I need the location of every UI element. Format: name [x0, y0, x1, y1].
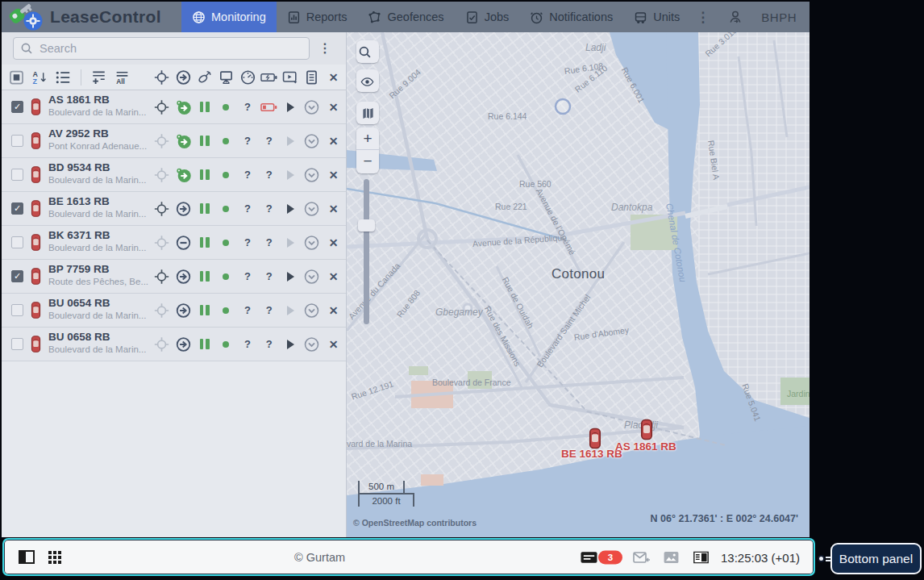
quick-track-icon[interactable]	[282, 133, 299, 149]
quick-track-icon[interactable]	[282, 336, 299, 353]
watch-unit-icon[interactable]	[153, 269, 170, 285]
messages-panel-icon[interactable]	[693, 551, 709, 563]
watch-unit-icon[interactable]	[153, 336, 170, 353]
quick-track-icon[interactable]	[282, 167, 299, 183]
zoom-out-button[interactable]: −	[356, 150, 379, 173]
tab-units[interactable]: Units	[623, 2, 690, 32]
apps-grid-icon[interactable]	[48, 551, 61, 564]
search-box[interactable]	[13, 37, 310, 60]
remove-from-list-icon[interactable]: ✕	[325, 336, 342, 353]
zoom-in-button[interactable]: +	[356, 127, 379, 150]
select-all-checkbox-icon[interactable]	[8, 69, 25, 86]
unit-name[interactable]: BK 6371 RB	[48, 229, 152, 241]
unit-menu-chevron-icon[interactable]	[303, 167, 320, 183]
satellites-icon	[196, 303, 213, 319]
media-panel-icon[interactable]	[664, 551, 679, 563]
unit-menu-chevron-icon[interactable]	[303, 336, 320, 353]
watch-unit-icon[interactable]	[153, 167, 170, 183]
battery-column-icon[interactable]	[260, 69, 277, 86]
quick-track-icon[interactable]	[282, 269, 299, 285]
watch-unit-column-icon[interactable]	[153, 69, 170, 86]
user-switch-icon[interactable]	[727, 9, 743, 25]
quick-track-icon[interactable]	[282, 99, 299, 115]
unit-name[interactable]: BD 9534 RB	[48, 161, 152, 173]
unit-name[interactable]: BE 1613 RB	[48, 195, 152, 207]
unit-marker-as1861[interactable]	[640, 419, 653, 440]
unit-checkbox[interactable]: ✓	[11, 270, 23, 282]
remove-from-list-icon[interactable]: ✕	[325, 235, 342, 251]
notification-count-badge[interactable]: 3	[598, 550, 622, 564]
header-kebab-menu-icon[interactable]: ⋮	[696, 9, 710, 26]
list-view-icon[interactable]	[55, 69, 72, 86]
unit-row[interactable]: AV 2952 RB Pont Konrad Adenaue... ? ? ✕	[2, 124, 346, 158]
watch-unit-icon[interactable]	[153, 235, 170, 251]
unit-menu-chevron-icon[interactable]	[303, 133, 320, 149]
connection-column-icon[interactable]	[218, 69, 235, 86]
unit-checkbox[interactable]: ✓	[11, 202, 23, 215]
quick-track-icon[interactable]	[282, 235, 299, 251]
tab-monitoring[interactable]: Monitoring	[181, 2, 277, 32]
timeline-slider-track[interactable]	[364, 179, 369, 324]
panel-kebab-menu-icon[interactable]: ⋮	[318, 40, 331, 56]
unit-checkbox[interactable]: ✓	[11, 101, 23, 113]
remove-from-list-icon[interactable]: ✕	[325, 99, 342, 115]
media-column-icon[interactable]	[282, 69, 299, 86]
unit-menu-chevron-icon[interactable]	[303, 99, 320, 115]
satellites-column-icon[interactable]	[196, 69, 213, 86]
watch-unit-icon[interactable]	[153, 201, 170, 217]
unit-name[interactable]: BU 0654 RB	[48, 297, 152, 309]
search-input[interactable]	[40, 42, 302, 55]
sort-az-icon[interactable]: AZ	[31, 69, 48, 86]
tab-reports[interactable]: Reports	[277, 2, 358, 32]
unit-checkbox[interactable]	[11, 338, 23, 350]
unit-name[interactable]: AV 2952 RB	[48, 127, 152, 140]
notifications-panel-icon[interactable]	[581, 551, 597, 564]
clear-list-icon[interactable]: ✕	[325, 69, 342, 86]
map-layers-button[interactable]	[356, 102, 379, 124]
unit-row[interactable]: BD 9534 RB Boulevard de la Marin... ? ? …	[2, 158, 346, 192]
quick-track-icon[interactable]	[282, 201, 299, 217]
map[interactable]: LadjiRue 6.108Rue 6.001Rue 6.110Rue 3.01…	[347, 32, 810, 537]
unit-checkbox[interactable]	[11, 135, 23, 147]
watch-unit-icon[interactable]	[153, 99, 170, 115]
show-all-list-icon[interactable]: All	[114, 69, 131, 86]
quick-track-icon[interactable]	[282, 303, 299, 319]
unit-row[interactable]: BK 6371 RB Boulevard de la Marin... ? ? …	[2, 226, 346, 260]
unit-menu-chevron-icon[interactable]	[303, 201, 320, 217]
unit-menu-chevron-icon[interactable]	[303, 235, 320, 251]
unit-checkbox[interactable]	[11, 169, 23, 181]
add-to-list-icon[interactable]	[90, 69, 107, 86]
tab-jobs[interactable]: Jobs	[455, 2, 520, 32]
unit-checkbox[interactable]	[11, 304, 23, 316]
remove-from-list-icon[interactable]: ✕	[325, 133, 342, 149]
log-column-icon[interactable]	[303, 69, 320, 86]
unit-row[interactable]: ✓ AS 1861 RB Boulevard de la Marin... ? …	[2, 90, 346, 124]
map-search-button[interactable]	[356, 40, 379, 63]
tab-geofences[interactable]: Geofences	[357, 2, 454, 32]
user-name[interactable]: BHPH	[761, 10, 797, 24]
remove-from-list-icon[interactable]: ✕	[325, 269, 342, 285]
unit-row[interactable]: ✓ BP 7759 RB Route des Pêches, Be... ? ?…	[2, 260, 346, 294]
unit-checkbox[interactable]	[11, 236, 23, 248]
unit-row[interactable]: BU 0658 RB Boulevard de la Marin... ? ? …	[2, 328, 346, 361]
unit-row[interactable]: BU 0654 RB Boulevard de la Marin... ? ? …	[2, 294, 346, 328]
incoming-mail-icon[interactable]	[633, 551, 651, 564]
unit-menu-chevron-icon[interactable]	[303, 269, 320, 285]
unit-marker-be1613[interactable]	[589, 428, 601, 449]
unit-name[interactable]: BP 7759 RB	[48, 263, 152, 275]
map-visibility-button[interactable]	[356, 69, 379, 92]
remove-from-list-icon[interactable]: ✕	[325, 303, 342, 319]
remove-from-list-icon[interactable]: ✕	[325, 167, 342, 183]
toggle-left-panel-icon[interactable]	[19, 550, 35, 564]
timeline-slider-handle[interactable]	[358, 219, 375, 232]
watch-unit-icon[interactable]	[153, 303, 170, 319]
unit-name[interactable]: BU 0658 RB	[48, 331, 152, 343]
unit-name[interactable]: AS 1861 RB	[48, 94, 152, 106]
unit-menu-chevron-icon[interactable]	[303, 303, 320, 319]
motion-state-column-icon[interactable]	[175, 69, 192, 86]
tab-notifications[interactable]: Notifications	[519, 2, 623, 32]
watch-unit-icon[interactable]	[153, 133, 170, 149]
remove-from-list-icon[interactable]: ✕	[325, 201, 342, 217]
actual-state-column-icon[interactable]	[239, 69, 256, 86]
unit-row[interactable]: ✓ BE 1613 RB Boulevard de la Marin... ? …	[2, 192, 346, 226]
